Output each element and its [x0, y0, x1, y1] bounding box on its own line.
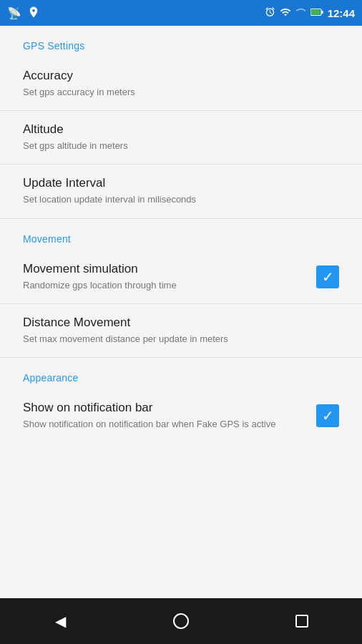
- accuracy-title: Accuracy: [23, 69, 339, 83]
- update-interval-text: Update Interval Set location update inte…: [23, 176, 339, 206]
- accuracy-setting[interactable]: Accuracy Set gps accuracy in meters: [0, 57, 362, 111]
- notification-bar-checkbox[interactable]: ✓: [316, 404, 339, 427]
- gps-settings-header: GPS Settings: [0, 26, 362, 57]
- altitude-title: Altitude: [23, 122, 339, 137]
- distance-movement-subtitle: Set max movement distance per update in …: [23, 333, 339, 346]
- altitude-text: Altitude Set gps altitude in meters: [23, 122, 339, 152]
- wifi-icon: [280, 6, 291, 20]
- accuracy-text: Accuracy Set gps accuracy in meters: [23, 69, 339, 99]
- altitude-subtitle: Set gps altitude in meters: [23, 140, 339, 152]
- svg-rect-1: [311, 9, 320, 14]
- movement-simulation-subtitle: Randomize gps location through time: [23, 279, 305, 292]
- status-bar-right-icons: 12:44: [265, 6, 355, 20]
- home-button[interactable]: [160, 607, 202, 635]
- movement-simulation-checkbox[interactable]: ✓: [316, 265, 339, 288]
- movement-simulation-title: Movement simulation: [23, 262, 305, 276]
- status-time: 12:44: [328, 7, 355, 19]
- update-interval-subtitle: Set location update interval in miliseco…: [23, 193, 339, 206]
- app-icon: [27, 6, 40, 21]
- status-bar-left-icons: 📡: [7, 6, 40, 21]
- notification-bar-title: Show on notification bar: [23, 401, 305, 415]
- status-bar: 📡: [0, 0, 362, 26]
- nav-bar: ◀: [0, 598, 362, 644]
- update-interval-setting[interactable]: Update Interval Set location update inte…: [0, 165, 362, 218]
- satellite-icon: 📡: [7, 6, 21, 20]
- accuracy-subtitle: Set gps accuracy in meters: [23, 86, 339, 99]
- movement-header: Movement: [0, 219, 362, 250]
- home-icon: [173, 613, 189, 629]
- appearance-header: Appearance: [0, 358, 362, 389]
- distance-movement-text: Distance Movement Set max movement dista…: [23, 316, 339, 346]
- movement-simulation-text: Movement simulation Randomize gps locati…: [23, 262, 305, 292]
- distance-movement-setting[interactable]: Distance Movement Set max movement dista…: [0, 304, 362, 358]
- back-icon: ◀: [55, 613, 66, 630]
- main-content: GPS Settings Accuracy Set gps accuracy i…: [0, 26, 362, 598]
- notification-bar-subtitle: Show notification on notification bar wh…: [23, 418, 305, 431]
- distance-movement-title: Distance Movement: [23, 316, 339, 330]
- alarm-icon: [265, 6, 275, 19]
- checkmark-icon: ✓: [322, 270, 334, 284]
- altitude-setting[interactable]: Altitude Set gps altitude in meters: [0, 111, 362, 165]
- back-button[interactable]: ◀: [39, 607, 82, 635]
- battery-icon: [310, 7, 323, 19]
- notification-bar-setting[interactable]: Show on notification bar Show notificati…: [0, 389, 362, 442]
- update-interval-title: Update Interval: [23, 176, 339, 190]
- movement-simulation-setting[interactable]: Movement simulation Randomize gps locati…: [0, 250, 362, 304]
- recent-apps-button[interactable]: [280, 607, 323, 635]
- recent-icon: [295, 615, 308, 628]
- svg-rect-2: [321, 10, 323, 14]
- checkmark-icon-2: ✓: [322, 409, 334, 423]
- notification-bar-text: Show on notification bar Show notificati…: [23, 401, 305, 431]
- signal-icon: [295, 6, 306, 19]
